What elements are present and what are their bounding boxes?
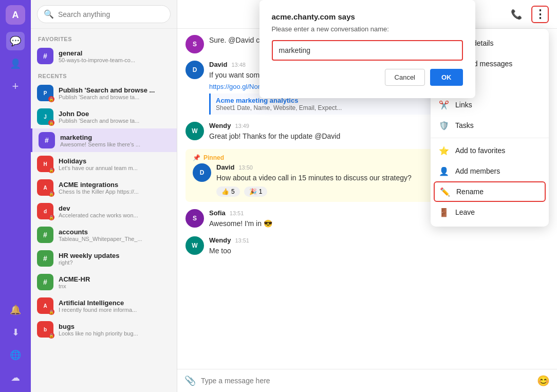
sidebar-item-preview: Publish 'Search and browse ta... xyxy=(59,94,155,100)
sidebar-item-preview: tnx xyxy=(59,283,90,289)
sidebar-item-name: marketing xyxy=(60,134,140,141)
ok-button[interactable]: OK xyxy=(430,69,463,86)
sidebar-item-preview: I recently found more informa... xyxy=(59,307,137,313)
sidebar-item-acme-integrations[interactable]: A 🔒 ACME integrations Chess Is the Kille… xyxy=(31,176,177,199)
sidebar-item-john-doe[interactable]: J 🔒 John Doe Publish 'Search and browse … xyxy=(31,105,177,128)
cloud-icon[interactable]: ☁ xyxy=(6,368,25,387)
sidebar-item-preview: 50-ways-to-improve-team-co... xyxy=(59,57,135,63)
dialog-buttons: Cancel OK xyxy=(272,69,463,86)
main-area: 📞 ⋮ S Sure. @David could you send us the… xyxy=(177,0,557,392)
sidebar-item-name: Holidays xyxy=(59,157,138,165)
sidebar-item-name: Publish 'Search and browse ... xyxy=(59,86,155,94)
sidebar-item-preview: Chess Is the Killer App https://... xyxy=(59,189,139,195)
dialog-overlay: acme.chanty.com says Please enter a new … xyxy=(177,0,557,392)
sidebar-item-preview: Accelerated cache works won... xyxy=(59,212,138,218)
search-icon: 🔍 xyxy=(44,9,54,19)
sidebar-item-icon: # xyxy=(39,132,55,148)
sidebar-item-icon: # xyxy=(37,274,53,290)
sidebar: 🔍 FAVORITES # general 50-ways-to-improve… xyxy=(31,0,177,392)
sidebar-item-name: general xyxy=(59,49,135,57)
sidebar-item-icon: # xyxy=(37,227,53,243)
sidebar-item-icon: P 🔒 xyxy=(37,85,53,101)
sidebar-item-ai[interactable]: A 🔒 Artificial Intelligence I recently f… xyxy=(31,294,177,318)
sidebar-item-name: ACME-HR xyxy=(59,275,90,283)
sidebar-item-preview: Let's have our annual team m... xyxy=(59,165,138,171)
contacts-icon[interactable]: 👤 xyxy=(6,54,25,73)
sidebar-item-icon: d 🔒 xyxy=(37,203,53,219)
rename-dialog: acme.chanty.com says Please enter a new … xyxy=(259,0,475,98)
sidebar-item-holidays[interactable]: H 🔒 Holidays Let's have our annual team … xyxy=(31,152,177,176)
sidebar-item-name: HR weekly updates xyxy=(59,252,120,259)
sidebar-item-hr-weekly[interactable]: # HR weekly updates right? xyxy=(31,247,177,270)
sidebar-item-icon: J 🔒 xyxy=(37,108,53,125)
sidebar-item-name: dev xyxy=(59,204,138,212)
sidebar-item-name: bugs xyxy=(59,323,138,330)
dialog-subtitle: Please enter a new conversation name: xyxy=(272,25,463,33)
sidebar-item-preview: Publish 'Search and browse ta... xyxy=(59,118,139,124)
sidebar-item-dev[interactable]: d 🔒 dev Accelerated cache works won... xyxy=(31,199,177,223)
sidebar-item-icon: b 🔒 xyxy=(37,321,53,338)
dialog-input[interactable] xyxy=(272,40,463,61)
sidebar-item-name: ACME integrations xyxy=(59,181,139,189)
favorites-label: FAVORITES xyxy=(31,31,177,44)
download-icon[interactable]: ⬇ xyxy=(6,323,25,342)
sidebar-item-marketing[interactable]: # marketing Awesome! Seems like there's … xyxy=(31,128,177,152)
sidebar-item-icon: H 🔒 xyxy=(37,156,53,172)
globe-icon[interactable]: 🌐 xyxy=(6,346,25,364)
sidebar-item-bugs[interactable]: b 🔒 bugs Looks like no high priority bug… xyxy=(31,318,177,341)
sidebar-item-icon: # xyxy=(37,48,53,64)
sidebar-list: FAVORITES # general 50-ways-to-improve-t… xyxy=(31,29,177,392)
sidebar-item-name: accounts xyxy=(59,228,142,236)
icon-bar: A 💬 👤 + 🔔 ⬇ 🌐 ☁ xyxy=(0,0,31,392)
avatar[interactable]: A xyxy=(6,5,25,25)
sidebar-item-preview: Looks like no high priority bug... xyxy=(59,330,138,337)
sidebar-item-acme-hr[interactable]: # ACME-HR tnx xyxy=(31,270,177,294)
sidebar-item-name: Artificial Intelligence xyxy=(59,299,137,307)
sidebar-item-publish-search[interactable]: P 🔒 Publish 'Search and browse ... Publi… xyxy=(31,81,177,105)
chat-icon[interactable]: 💬 xyxy=(6,32,25,50)
dialog-title: acme.chanty.com says xyxy=(272,12,463,21)
recents-label: RECENTS xyxy=(31,68,177,81)
sidebar-item-preview: right? xyxy=(59,259,120,266)
sidebar-item-accounts[interactable]: # accounts Tableau_NS_Whitepaper_The_... xyxy=(31,223,177,247)
sidebar-item-preview: Tableau_NS_Whitepaper_The_... xyxy=(59,236,142,242)
search-input[interactable] xyxy=(58,10,164,18)
search-bar: 🔍 xyxy=(31,0,177,29)
sidebar-item-icon: A 🔒 xyxy=(37,179,53,196)
sidebar-item-icon: # xyxy=(37,250,53,267)
cancel-button[interactable]: Cancel xyxy=(385,69,425,86)
sidebar-item-name: John Doe xyxy=(59,110,139,118)
sidebar-item-preview: Awesome! Seems like there's ... xyxy=(60,141,140,147)
bell-icon[interactable]: 🔔 xyxy=(6,301,25,319)
add-icon[interactable]: + xyxy=(6,77,25,96)
sidebar-item-icon: A 🔒 xyxy=(37,297,53,314)
sidebar-item-general[interactable]: # general 50-ways-to-improve-team-co... xyxy=(31,44,177,68)
